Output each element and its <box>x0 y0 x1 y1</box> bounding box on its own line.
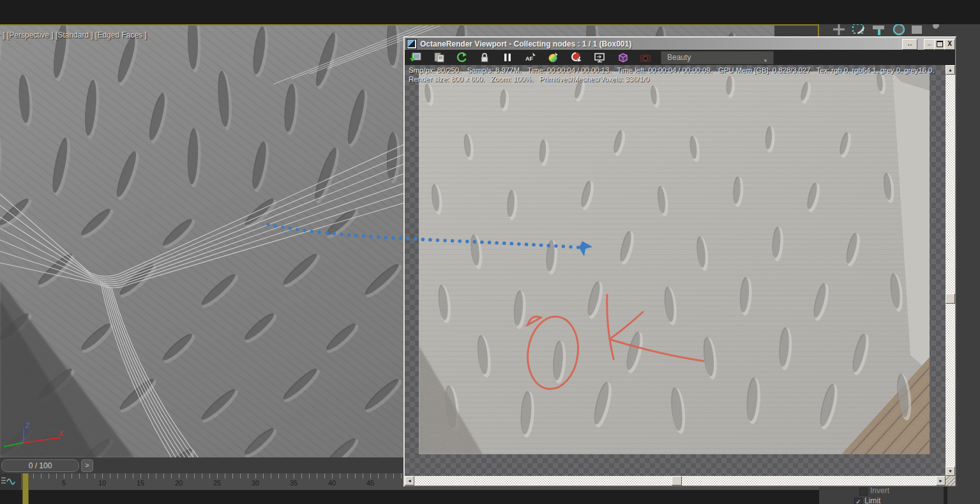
screen: Invert ✓ Limit Effect <box>0 0 980 504</box>
limit-effect-label: Limit Effect <box>864 496 884 504</box>
horizontal-scrollbar-thumb[interactable] <box>672 476 682 485</box>
subsampling-icon[interactable] <box>593 51 606 64</box>
render-view[interactable] <box>405 65 946 476</box>
trackbar-tick <box>278 473 279 478</box>
white-balance-pick-icon[interactable] <box>547 51 560 64</box>
resize-grip[interactable] <box>946 476 955 485</box>
trackbar-tick <box>240 473 241 478</box>
trackbar-tick <box>209 473 210 478</box>
trackbar-tick <box>232 473 233 478</box>
trackbar-tick <box>294 473 294 478</box>
octane-app-icon <box>407 39 417 49</box>
copy-clipboard-icon[interactable] <box>432 51 445 64</box>
restart-render-icon[interactable] <box>455 51 468 64</box>
render-pass-value: Beauty <box>667 53 691 62</box>
top-bar <box>0 0 980 24</box>
material-pick-icon[interactable] <box>570 51 583 64</box>
trackbar-tick-label: 30 <box>252 479 259 487</box>
maximize-button[interactable] <box>934 39 945 50</box>
trackbar-tick <box>194 473 195 478</box>
svg-text:AF: AF <box>525 56 533 62</box>
scroll-down-icon[interactable]: ▼ <box>946 466 955 476</box>
octane-title-bar[interactable]: OctaneRender Viewport - Collecting nodes… <box>405 38 955 50</box>
render-drawing <box>419 71 930 454</box>
trackbar-tick <box>332 473 333 478</box>
trackbar-tick-label: 20 <box>175 479 183 487</box>
trackbar-tick <box>41 473 41 478</box>
limit-effect-checkbox[interactable]: ✓ <box>854 498 863 504</box>
trackbar-tick <box>401 473 402 478</box>
panel-divider <box>944 487 947 504</box>
pause-render-icon[interactable] <box>501 51 514 64</box>
trackbar-tick <box>393 473 394 478</box>
trackbar-tick <box>125 473 126 478</box>
trackbar-tick <box>263 473 264 478</box>
curve-editor-icon <box>0 473 17 490</box>
octane-render-window: OctaneRender Viewport - Collecting nodes… <box>403 36 956 487</box>
current-frame-marker[interactable] <box>22 473 29 504</box>
trackbar-tick <box>317 473 317 478</box>
trackbar-tick-label: 45 <box>366 479 374 487</box>
trackbar-tick <box>202 473 202 478</box>
resize-button[interactable]: ↔ <box>902 39 917 50</box>
trackbar-tick <box>255 473 256 478</box>
trackbar-tick <box>79 473 80 478</box>
horizontal-scrollbar[interactable]: ◄ ► <box>405 476 946 485</box>
camera-icon[interactable] <box>639 51 652 64</box>
octane-status-line1: Smp/px: 80/250. Samp/s: 8.977M. Time: 00… <box>409 66 934 74</box>
render-pass-dropdown[interactable]: Beauty ▼ <box>661 51 774 64</box>
octane-status-line2: Render size: 800 x 600. Zoom: 100%. Prim… <box>409 75 649 83</box>
trackbar-tick <box>87 473 87 478</box>
trackbar-tick <box>217 473 218 478</box>
viewport-label[interactable]: + ] [Perspective ] [Standard ] [Edged Fa… <box>0 31 147 40</box>
trackbar-tick <box>49 473 49 478</box>
scroll-left-icon[interactable]: ◄ <box>405 476 414 485</box>
invert-label: Invert <box>870 486 889 495</box>
trackbar-tick <box>271 473 271 478</box>
trackbar-tick <box>186 473 187 478</box>
next-frame-button[interactable]: > <box>81 459 93 472</box>
lock-resolution-icon[interactable] <box>478 51 491 64</box>
trackbar-tick <box>370 473 371 478</box>
trackbar-tick <box>179 473 179 478</box>
scroll-right-icon[interactable]: ► <box>936 476 946 485</box>
time-slider-field[interactable]: 0 / 100 <box>1 459 79 472</box>
octane-toolbar: AF Beauty ▼ <box>405 50 955 65</box>
object-pick-icon[interactable] <box>616 51 629 64</box>
trackbar-tick <box>64 473 64 478</box>
trackbar-tick <box>347 473 348 478</box>
autofocus-pick-icon[interactable]: AF <box>524 51 537 64</box>
trackbar-tick <box>248 473 248 478</box>
trackbar-tick-label: 40 <box>328 479 336 487</box>
trackbar-tick-label: 10 <box>98 479 106 487</box>
trackbar-tick <box>102 473 103 478</box>
trackbar-tick <box>94 473 95 478</box>
trackbar-tick <box>301 473 302 478</box>
save-image-icon[interactable] <box>409 51 422 64</box>
rendered-image <box>419 71 930 454</box>
trackbar-tick <box>171 473 172 478</box>
trackbar-tick <box>309 473 310 478</box>
axis-z-label: Z <box>26 422 30 429</box>
trackbar-tick <box>33 473 34 478</box>
trackbar-tick <box>163 473 164 478</box>
scroll-up-icon[interactable]: ▲ <box>946 65 955 75</box>
curve-editor-button[interactable] <box>0 473 21 490</box>
invert-checkbox[interactable] <box>859 487 868 496</box>
axis-x-label: X <box>59 429 64 437</box>
trackbar-tick <box>386 473 386 478</box>
trackbar-tick <box>56 473 57 478</box>
vertical-scrollbar-thumb[interactable] <box>946 293 955 304</box>
trackbar-lower-area <box>0 490 819 504</box>
close-button[interactable]: X <box>944 39 955 50</box>
trackbar-tick <box>117 473 118 478</box>
trackbar-tick <box>110 473 110 478</box>
trackbar-tick <box>156 473 156 478</box>
minimize-button[interactable]: _ <box>924 39 935 50</box>
vertical-scrollbar[interactable]: ▲ ▼ <box>946 65 955 476</box>
trackbar-tick <box>286 473 287 478</box>
octane-window-title: OctaneRender Viewport - Collecting nodes… <box>420 40 631 48</box>
trackbar-tick-label: 5 <box>62 479 66 487</box>
trackbar-tick-label: 25 <box>213 479 221 487</box>
trackbar-tick <box>148 473 149 478</box>
